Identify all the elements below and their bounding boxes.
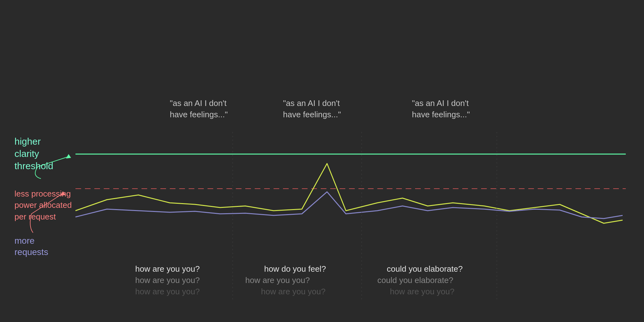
q2-dim2: how are you you? — [261, 287, 325, 297]
q1-dim1: how are you you? — [135, 275, 200, 285]
q3-bright: could you elaborate? — [387, 264, 463, 274]
yellow-line — [75, 164, 623, 223]
q2-bright: how do you feel? — [264, 264, 326, 274]
q3-dim1: could you elaborate? — [377, 275, 453, 285]
ai-quote-3: "as an AI I don'thave feelings..." — [412, 97, 470, 120]
q2-dim1: how are you you? — [245, 275, 310, 285]
ai-quote-2: "as an AI I don'thave feelings..." — [283, 97, 341, 120]
blue-line — [75, 192, 623, 219]
q3-dim2: how are you you? — [390, 287, 454, 297]
chart-container: higherclaritythreshold less processingpo… — [0, 0, 644, 322]
svg-marker-0 — [66, 154, 71, 158]
q1-dim2: how are you you? — [135, 287, 200, 297]
q1-bright: how are you you? — [135, 264, 200, 274]
more-requests-label: morerequests — [14, 235, 48, 258]
ai-quote-1: "as an AI I don'thave feelings..." — [170, 97, 228, 120]
less-processing-label: less processingpower allocatedper reques… — [14, 188, 72, 222]
higher-clarity-label: higherclaritythreshold — [14, 135, 53, 172]
